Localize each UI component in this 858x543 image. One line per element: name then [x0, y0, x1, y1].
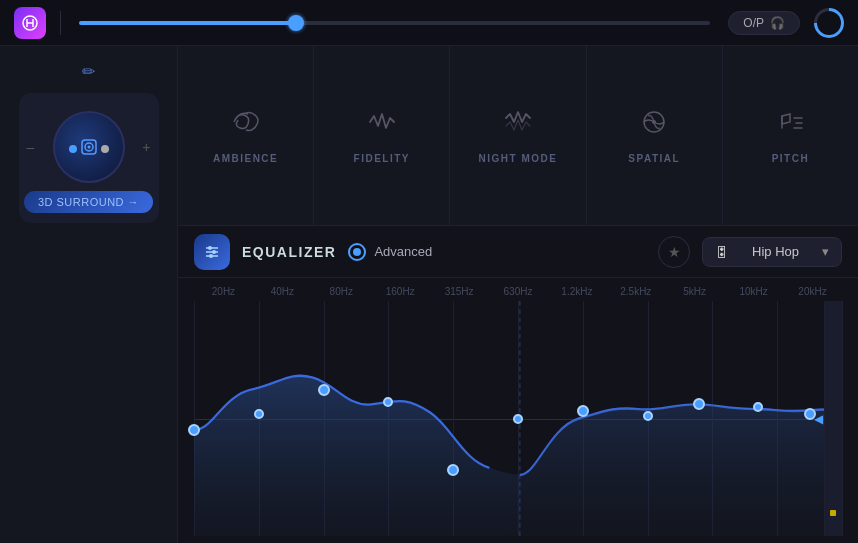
freq-label-80hz: 80Hz	[312, 286, 371, 297]
volume-slider-container	[75, 21, 714, 25]
freq-label-315hz: 315Hz	[430, 286, 489, 297]
surround-widget: – + 3D SURROUND →	[19, 93, 159, 223]
output-label: O/P	[743, 16, 764, 30]
spatial-icon	[638, 108, 670, 143]
3d-surround-button[interactable]: 3D SURROUND →	[24, 191, 153, 213]
fidelity-icon	[366, 108, 398, 143]
eq-dot-10khz[interactable]	[753, 402, 763, 412]
svg-point-14	[209, 254, 213, 258]
pitch-label: PITCH	[772, 153, 810, 164]
topbar: O/P 🎧	[0, 0, 858, 46]
ambience-icon	[230, 108, 262, 143]
eq-dot-2k5hz[interactable]	[643, 411, 653, 421]
output-button[interactable]: O/P 🎧	[728, 11, 800, 35]
fidelity-label: FIDELITY	[354, 153, 410, 164]
topbar-divider	[60, 11, 61, 35]
pen-icon[interactable]: ✏	[82, 62, 95, 81]
freq-label-1k2hz: 1.2kHz	[547, 286, 606, 297]
headphone-icon: 🎧	[770, 16, 785, 30]
surround-plus-btn[interactable]: +	[142, 139, 150, 155]
eq-icon-button[interactable]	[194, 234, 230, 270]
eq-section: EQUALIZER Advanced ★ 🎛 Hip Hop ▾	[178, 226, 858, 543]
pitch-icon	[774, 108, 806, 143]
eq-graph: 20Hz 40Hz 80Hz 160Hz 315Hz 630Hz 1.2kHz …	[178, 278, 858, 543]
freq-label-40hz: 40Hz	[253, 286, 312, 297]
svg-point-5	[652, 120, 656, 124]
eq-header: EQUALIZER Advanced ★ 🎛 Hip Hop ▾	[178, 226, 858, 278]
effect-fidelity[interactable]: FIDELITY	[314, 46, 450, 225]
eq-favorite-button[interactable]: ★	[658, 236, 690, 268]
chevron-down-icon: ▾	[822, 244, 829, 259]
surround-right-indicator	[101, 145, 109, 153]
surround-btn-label: 3D SURROUND →	[38, 196, 139, 208]
eq-dot-1k2hz[interactable]	[577, 405, 589, 417]
eq-dot-5khz[interactable]	[693, 398, 705, 410]
profile-button[interactable]	[814, 8, 844, 38]
eq-right-bar	[824, 301, 842, 536]
svg-point-12	[208, 246, 212, 250]
eq-preset-button[interactable]: 🎛 Hip Hop ▾	[702, 237, 842, 267]
eq-dot-40hz[interactable]	[254, 409, 264, 419]
freq-label-20khz: 20kHz	[783, 286, 842, 297]
surround-left-indicator	[69, 145, 77, 153]
effect-ambience[interactable]: AMBIENCE	[178, 46, 314, 225]
eq-canvas: ◀	[194, 301, 842, 536]
eq-mode-toggle[interactable]: Advanced	[348, 243, 432, 261]
surround-minus-btn[interactable]: –	[27, 139, 35, 155]
eq-mode-label: Advanced	[374, 244, 432, 259]
night-mode-icon	[502, 108, 534, 143]
vline-10	[842, 301, 843, 536]
ambience-label: AMBIENCE	[213, 153, 278, 164]
freq-label-2k5hz: 2.5kHz	[606, 286, 665, 297]
freq-label-5khz: 5kHz	[665, 286, 724, 297]
effect-spatial[interactable]: SPATIAL	[587, 46, 723, 225]
effect-night-mode[interactable]: NIGHT MODE	[450, 46, 586, 225]
eq-dot-630hz[interactable]	[513, 414, 523, 424]
eq-preset-icon: 🎛	[715, 244, 729, 260]
eq-dot-20hz[interactable]	[188, 424, 200, 436]
eq-right-arrow[interactable]: ◀	[814, 412, 823, 426]
app-logo[interactable]	[14, 7, 46, 39]
freq-label-630hz: 630Hz	[489, 286, 548, 297]
freq-label-20hz: 20Hz	[194, 286, 253, 297]
effects-row: AMBIENCE FIDELITY NIG	[178, 46, 858, 226]
eq-right-tick	[830, 510, 836, 516]
eq-dot-80hz[interactable]	[318, 384, 330, 396]
sidebar: ✏ – + 3D SURROUND →	[0, 46, 178, 543]
main-area: ✏ – + 3D SURROUND →	[0, 46, 858, 543]
effect-pitch[interactable]: PITCH	[723, 46, 858, 225]
svg-point-3	[87, 146, 90, 149]
equalizer-sliders-icon	[203, 243, 221, 261]
eq-mode-indicator	[348, 243, 366, 261]
freq-label-10khz: 10kHz	[724, 286, 783, 297]
svg-point-13	[212, 250, 216, 254]
eq-dot-315hz[interactable]	[447, 464, 459, 476]
star-icon: ★	[668, 244, 681, 260]
eq-preset-label: Hip Hop	[752, 244, 799, 259]
app-logo-icon	[21, 14, 39, 32]
eq-frequency-labels: 20Hz 40Hz 80Hz 160Hz 315Hz 630Hz 1.2kHz …	[194, 278, 842, 301]
eq-dot-160hz[interactable]	[383, 397, 393, 407]
spatial-label: SPATIAL	[628, 153, 680, 164]
eq-title: EQUALIZER	[242, 244, 336, 260]
night-mode-label: NIGHT MODE	[479, 153, 558, 164]
freq-label-160hz: 160Hz	[371, 286, 430, 297]
surround-circle[interactable]	[53, 111, 125, 183]
content-area: AMBIENCE FIDELITY NIG	[178, 46, 858, 543]
3d-surround-icon	[74, 132, 104, 162]
volume-slider[interactable]	[79, 21, 710, 25]
